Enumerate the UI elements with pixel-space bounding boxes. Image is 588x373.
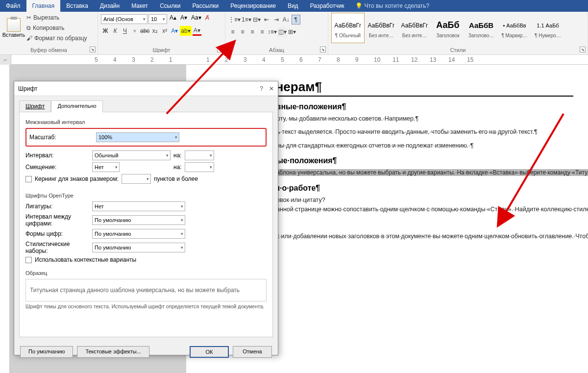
- shading-icon[interactable]: ◫▾: [278, 27, 287, 37]
- superscript-button[interactable]: x²: [160, 26, 169, 36]
- clear-format-icon[interactable]: A̸: [204, 14, 211, 24]
- horizontal-ruler[interactable]: 54321123456789101112131415: [11, 55, 588, 65]
- borders-icon[interactable]: ⊞▾: [288, 27, 296, 37]
- outdent-icon[interactable]: ⇤: [262, 15, 271, 25]
- dialog-titlebar[interactable]: Шрифт ? ✕: [14, 81, 278, 96]
- cut-button[interactable]: ✂Вырезать: [26, 13, 87, 23]
- help-icon[interactable]: ?: [260, 85, 263, 92]
- sort-icon[interactable]: A↓: [282, 15, 291, 25]
- menu-mailings[interactable]: Рассылки: [186, 0, 224, 12]
- bold-button[interactable]: Ж: [101, 26, 110, 36]
- indent-icon[interactable]: ⇥: [272, 15, 281, 25]
- group-clipboard: Вставить ✂Вырезать ⧉Копировать 🖌Формат п…: [0, 12, 98, 54]
- highlight-icon[interactable]: ab▾: [180, 26, 191, 36]
- style-tile[interactable]: АаБбЗаголовок: [431, 13, 465, 43]
- ligatures-combo[interactable]: Нет: [92, 201, 185, 211]
- multilevel-icon[interactable]: ⊟▾: [252, 15, 261, 25]
- strike-button[interactable]: abc: [140, 26, 149, 36]
- copy-icon: ⧉: [26, 25, 31, 31]
- style-tile[interactable]: АаБбВвГг¶ Обычный: [331, 13, 365, 43]
- ok-button[interactable]: ОК: [190, 346, 229, 358]
- align-left-icon[interactable]: ≡: [228, 27, 237, 37]
- menu-home[interactable]: Главная: [26, 0, 61, 12]
- sample-title: Образец: [25, 270, 267, 276]
- group-label: Буфер обмена: [3, 46, 95, 54]
- menu-review[interactable]: Рецензирование: [224, 0, 282, 12]
- show-marks-icon[interactable]: ¶: [292, 15, 300, 25]
- styles-dialog-launcher[interactable]: ⬊: [580, 47, 586, 52]
- font-dialog-launcher[interactable]: ⬊: [217, 47, 223, 52]
- ruler-area: ⌐ 54321123456789101112131415: [0, 55, 588, 65]
- dialog-note: Шрифт темы для основного текста. Использ…: [25, 303, 267, 309]
- menu-layout[interactable]: Макет: [125, 0, 154, 12]
- menubar: Файл Главная Вставка Дизайн Макет Ссылки…: [0, 0, 588, 12]
- interval-value-spinner[interactable]: [185, 150, 214, 160]
- group-styles: АаБбВвГг¶ ОбычныйАаБбВвГгБез инте…АаБбВв…: [328, 12, 588, 54]
- style-tile[interactable]: АаБбВЗаголово…: [465, 13, 498, 43]
- clipboard-dialog-launcher[interactable]: ⬊: [90, 47, 96, 52]
- bulb-icon: 💡: [355, 2, 363, 9]
- line-spacing-icon[interactable]: ↕≡▾: [268, 27, 277, 37]
- dialog-title: Шрифт: [18, 85, 37, 92]
- kerning-checkbox[interactable]: [25, 176, 32, 182]
- scale-label: Масштаб:: [29, 134, 93, 141]
- bullets-icon[interactable]: ⋮≡▾: [228, 15, 241, 25]
- subscript-button[interactable]: x₂: [150, 26, 159, 36]
- align-right-icon[interactable]: ≡: [248, 27, 257, 37]
- menu-file[interactable]: Файл: [0, 0, 26, 12]
- menu-developer[interactable]: Разработчик: [304, 0, 350, 12]
- menu-references[interactable]: Ссылки: [154, 0, 186, 12]
- vertical-ruler[interactable]: [0, 65, 10, 373]
- align-center-icon[interactable]: ≡: [238, 27, 247, 37]
- grow-font-icon[interactable]: A▴: [168, 14, 178, 24]
- spacing-group-title: Межзнаковый интервал: [25, 119, 267, 125]
- style-tile[interactable]: АаБбВвГгБез инте…: [365, 13, 398, 43]
- justify-icon[interactable]: ≡: [258, 27, 267, 37]
- offset-label: Смещение:: [25, 164, 89, 171]
- change-case-icon[interactable]: Aa▾: [190, 14, 203, 24]
- scale-combo[interactable]: 100%: [96, 132, 179, 142]
- copy-button[interactable]: ⧉Копировать: [26, 23, 87, 33]
- tell-me[interactable]: 💡Что вы хотите сделать?: [350, 0, 435, 12]
- stylistic-sets-combo[interactable]: По умолчанию: [92, 243, 185, 252]
- font-name-combo[interactable]: Arial (Основ: [101, 14, 147, 24]
- style-tile[interactable]: 1.1 АаБб¶ Нумеро…: [531, 13, 564, 43]
- interval-label: Интервал:: [25, 152, 89, 159]
- style-tile[interactable]: АаБбВвГгБез инте…: [398, 13, 431, 43]
- shrink-font-icon[interactable]: A▾: [179, 14, 189, 24]
- number-spacing-combo[interactable]: По умолчанию: [92, 215, 185, 225]
- group-font: Arial (Основ 10 A▴ A▾ Aa▾ A̸ Ж К Ч ▾ abc…: [98, 12, 225, 54]
- menu-insert[interactable]: Вставка: [60, 0, 94, 12]
- font-size-combo[interactable]: 10: [148, 14, 167, 24]
- opentype-group-title: Шрифты OpenType: [25, 193, 267, 199]
- styles-gallery[interactable]: АаБбВвГг¶ ОбычныйАаБбВвГгБез инте…АаБбВв…: [331, 13, 585, 43]
- tab-advanced[interactable]: Дополнительно: [51, 100, 102, 112]
- ruler-corner: ⌐: [0, 55, 11, 65]
- font-dialog: Шрифт ? ✕ Шрифт Дополнительно Межзнаковы…: [14, 81, 278, 355]
- group-paragraph: ⋮≡▾ 1≡▾ ⊟▾ ⇤ ⇥ A↓ ¶ ≡ ≡ ≡ ≡ ↕≡▾ ◫▾ ⊞▾ Аб…: [225, 12, 328, 54]
- clipboard-icon: [7, 18, 21, 32]
- menu-design[interactable]: Дизайн: [94, 0, 125, 12]
- kerning-size-spinner[interactable]: [122, 174, 151, 184]
- brush-icon: 🖌: [26, 35, 32, 42]
- numbering-icon[interactable]: 1≡▾: [242, 15, 251, 25]
- number-form-combo[interactable]: По умолчанию: [92, 229, 185, 239]
- format-painter-button[interactable]: 🖌Формат по образцу: [26, 33, 87, 43]
- text-effects-button[interactable]: Текстовые эффекты...: [77, 346, 149, 358]
- style-tile[interactable]: • АаБбВв¶ Маркир…: [498, 13, 531, 43]
- interval-combo[interactable]: Обычный: [92, 150, 171, 160]
- cancel-button[interactable]: Отмена: [233, 346, 272, 358]
- paste-button[interactable]: Вставить: [3, 13, 24, 43]
- close-icon[interactable]: ✕: [269, 85, 274, 92]
- font-color-icon[interactable]: A▾: [193, 26, 201, 36]
- default-button[interactable]: По умолчанию: [20, 346, 73, 358]
- italic-button[interactable]: К: [111, 26, 120, 36]
- text-effects-icon[interactable]: A▾: [170, 26, 179, 36]
- contextual-checkbox[interactable]: [25, 257, 32, 263]
- offset-combo[interactable]: Нет: [92, 162, 120, 172]
- underline-button[interactable]: Ч: [121, 26, 129, 36]
- paragraph-dialog-launcher[interactable]: ⬊: [320, 47, 326, 52]
- offset-value-spinner[interactable]: [185, 162, 214, 172]
- tab-font[interactable]: Шрифт: [19, 100, 51, 112]
- menu-view[interactable]: Вид: [282, 0, 304, 12]
